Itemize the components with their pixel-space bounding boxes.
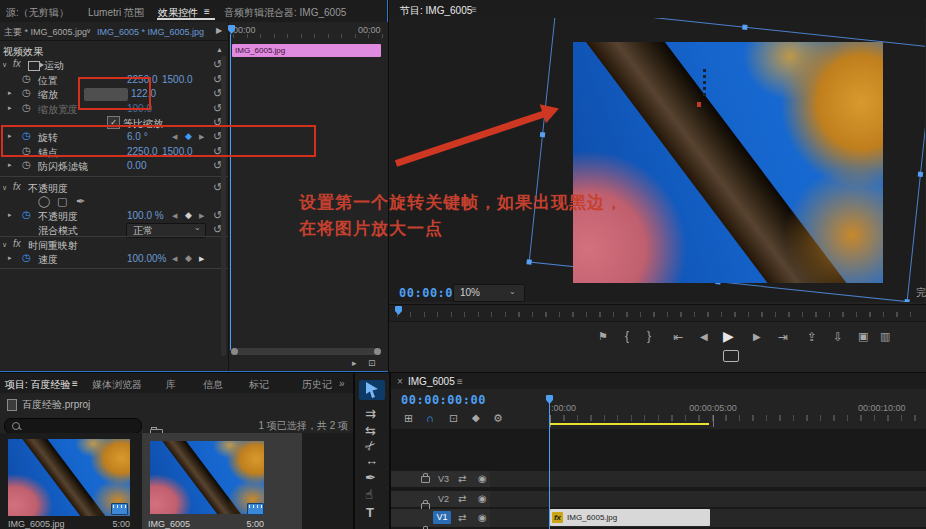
transform-handle[interactable] [904, 299, 909, 302]
export-frame-icon[interactable]: ▣ [858, 331, 868, 342]
extract-icon[interactable]: ⇩ [833, 331, 843, 343]
search-input[interactable] [4, 418, 142, 434]
opacity-group-label[interactable]: 不透明度 [28, 182, 68, 196]
ripple-edit-tool[interactable]: ⇆ [365, 424, 376, 437]
transform-handle[interactable] [540, 131, 545, 136]
dropdown-chevron-icon[interactable]: ⌄ [509, 288, 516, 296]
panel-menu-icon[interactable]: ≡ [204, 6, 210, 17]
rect-mask-icon[interactable]: ▢ [57, 196, 67, 207]
twirl-speed-icon[interactable]: ▸ [8, 254, 12, 261]
type-tool[interactable]: T [366, 506, 374, 519]
panel-menu-icon[interactable]: ≡ [72, 378, 78, 389]
close-tab-icon[interactable]: × [397, 376, 403, 387]
next-keyframe-icon[interactable]: ▶ [199, 255, 204, 262]
track-label-v3[interactable]: V3 [438, 474, 449, 484]
program-viewer[interactable] [390, 18, 925, 302]
add-marker-icon[interactable]: ⚑ [598, 331, 608, 342]
timeline-timecode[interactable]: 00:00:00:00 [401, 393, 486, 407]
mini-scrollbar[interactable] [231, 348, 381, 355]
stopwatch-scale-icon[interactable]: ◷ [22, 88, 31, 98]
track-output-eye-icon[interactable]: ◉ [478, 474, 487, 484]
track-select-forward-tool[interactable]: ⇉ [365, 407, 376, 420]
prev-keyframe-icon[interactable]: ◀ [172, 255, 177, 262]
nest-insert-icon[interactable]: ⊞ [404, 413, 413, 424]
more-tabs-icon[interactable]: » [339, 378, 345, 389]
panel-menu-icon[interactable]: ≡ [471, 4, 477, 15]
tab-timeline-sequence[interactable]: IMG_6005 [408, 376, 455, 387]
track-label-v1[interactable]: V1 [433, 511, 451, 524]
tab-info[interactable]: 信息 [203, 378, 223, 392]
stopwatch-antiflicker-icon[interactable]: ◷ [22, 160, 31, 170]
opacity-value[interactable]: 100.0 % [127, 210, 164, 221]
pen-tool[interactable]: ✒ [365, 471, 376, 484]
track-lane-v2[interactable] [490, 491, 926, 507]
twirl-motion-icon[interactable]: ∨ [2, 61, 7, 68]
track-lock-icon[interactable] [421, 476, 430, 483]
play-button[interactable]: ▶ [723, 329, 734, 343]
sequence-reference[interactable]: IMG_6005 * IMG_6005.jpg [97, 27, 204, 38]
track-lane-v3[interactable] [490, 471, 926, 487]
track-output-eye-icon[interactable]: ◉ [478, 513, 487, 523]
play-around-icon[interactable]: ▸ [352, 359, 357, 368]
prev-keyframe-icon[interactable]: ◀ [172, 212, 177, 219]
keyframe-diamond-icon[interactable]: ◆ [185, 211, 192, 220]
timeremap-group-label[interactable]: 时间重映射 [28, 239, 78, 253]
antiflicker-value[interactable]: 0.00 [127, 160, 146, 171]
zoom-level-value[interactable]: 10% [460, 287, 480, 299]
tab-history[interactable]: 历史记 [302, 378, 332, 392]
chevron-down-icon[interactable]: ∨ [86, 27, 91, 34]
keyframe-diamond-icon[interactable]: ◆ [185, 254, 192, 263]
track-output-eye-icon[interactable]: ◉ [478, 494, 487, 504]
twirl-antiflicker-icon[interactable]: ▸ [8, 161, 12, 168]
sync-lock-icon[interactable]: ⇄ [458, 494, 466, 504]
motion-label[interactable]: 运动 [44, 59, 64, 73]
linked-selection-icon[interactable]: ⊡ [449, 413, 458, 424]
stopwatch-position-icon[interactable]: ◷ [22, 74, 31, 84]
track-label-v2[interactable]: V2 [438, 494, 449, 504]
sequence-item-name[interactable]: IMG_6005 [148, 519, 190, 529]
timeline-clip[interactable]: fx IMG_6005.jpg [550, 509, 710, 526]
step-forward-icon[interactable]: ▶ [753, 332, 761, 342]
lift-icon[interactable]: ⇪ [807, 331, 817, 343]
twirl-opacity-group-icon[interactable]: ∨ [2, 184, 7, 191]
mini-timeline-clip[interactable]: IMG_6005.jpg [232, 44, 381, 57]
panel-menu-icon[interactable]: ≡ [457, 376, 463, 387]
go-to-out-icon[interactable]: ⇥ [778, 331, 788, 343]
export-panel-icon[interactable]: ⊡ [368, 359, 376, 368]
scrollbar-handle-right[interactable] [374, 348, 381, 355]
monitor-settings-icon[interactable] [723, 350, 739, 362]
panel-arrow-icon[interactable]: ▶ [216, 27, 222, 35]
comparison-view-icon[interactable]: ▥ [880, 331, 890, 342]
position-y-value[interactable]: 1500.0 [162, 74, 193, 85]
transform-handle[interactable] [742, 24, 747, 29]
step-back-icon[interactable]: ◀ [700, 332, 708, 342]
speed-value[interactable]: 100.00% [127, 253, 166, 264]
add-marker-icon[interactable]: ◆ [472, 413, 480, 423]
tab-lumetri[interactable]: Lumetri 范围 [88, 6, 144, 20]
pen-mask-icon[interactable]: ✒ [76, 196, 85, 207]
timeline-settings-icon[interactable]: ⚙ [493, 413, 503, 424]
transform-handle[interactable] [918, 171, 923, 176]
hand-tool[interactable]: ☝ [365, 488, 373, 501]
next-keyframe-icon[interactable]: ▶ [199, 212, 204, 219]
stopwatch-speed-icon[interactable]: ◷ [22, 253, 31, 263]
snap-magnet-icon[interactable]: ∩ [426, 413, 434, 424]
tab-media-browser[interactable]: 媒体浏览器 [92, 378, 142, 392]
transform-handle[interactable] [526, 259, 531, 264]
twirl-scale-icon[interactable]: ▸ [8, 89, 12, 96]
go-to-in-icon[interactable]: ⇤ [673, 331, 683, 343]
selection-tool[interactable] [365, 382, 379, 398]
twirl-opacity-icon[interactable]: ▸ [8, 211, 12, 218]
tab-markers[interactable]: 标记 [249, 378, 269, 392]
tab-libraries[interactable]: 库 [166, 378, 176, 392]
tab-source[interactable]: 源:（无剪辑） [6, 6, 69, 20]
sync-lock-icon[interactable]: ⇄ [458, 474, 466, 484]
razor-tool[interactable]: ✂ [362, 437, 379, 454]
filmstrip-badge-icon[interactable] [111, 503, 128, 515]
tab-program-monitor[interactable]: 节目: IMG_6005 [400, 4, 472, 18]
timeline-ruler-ticks[interactable] [550, 415, 926, 421]
tab-project[interactable]: 项目: 百度经验 [5, 378, 71, 392]
fit-level-clipped[interactable]: 完 [916, 287, 926, 299]
mark-in-icon[interactable]: { [625, 330, 629, 342]
ellipse-mask-icon[interactable]: ◯ [38, 196, 50, 207]
